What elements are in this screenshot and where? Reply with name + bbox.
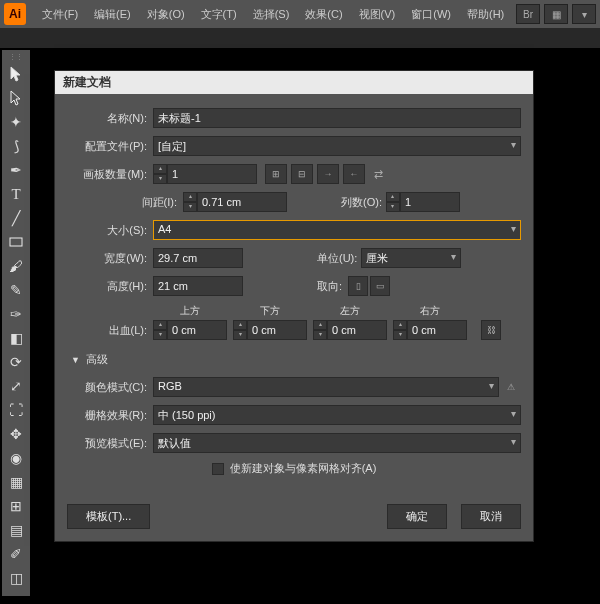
shape-builder-tool[interactable]: ◉: [4, 446, 28, 470]
columns-label: 列数(O):: [327, 195, 386, 210]
bleed-right-label: 右方: [420, 304, 440, 318]
bleed-left-label: 左方: [340, 304, 360, 318]
name-label: 名称(N):: [67, 111, 153, 126]
bleed-link-icon[interactable]: ⛓: [481, 320, 501, 340]
ok-button[interactable]: 确定: [387, 504, 447, 529]
profile-label: 配置文件(P):: [67, 139, 153, 154]
bleed-right-spinner[interactable]: ▴▾: [393, 320, 407, 340]
menu-help[interactable]: 帮助(H): [459, 7, 512, 22]
warning-icon: ⚠: [501, 377, 521, 397]
bleed-top-spinner[interactable]: ▴▾: [153, 320, 167, 340]
paintbrush-tool[interactable]: 🖌: [4, 254, 28, 278]
bridge-button[interactable]: Br: [516, 4, 540, 24]
color-mode-select[interactable]: RGB: [153, 377, 499, 397]
menu-edit[interactable]: 编辑(E): [86, 7, 139, 22]
bleed-bottom-spinner[interactable]: ▴▾: [233, 320, 247, 340]
selection-tool[interactable]: [4, 62, 28, 86]
height-label: 高度(H):: [67, 279, 153, 294]
size-select[interactable]: A4: [153, 220, 521, 240]
spacing-input[interactable]: [197, 192, 287, 212]
menu-type[interactable]: 文字(T): [193, 7, 245, 22]
grid-by-row-icon[interactable]: ⊞: [265, 164, 287, 184]
scale-tool[interactable]: ⤢: [4, 374, 28, 398]
orient-landscape-icon[interactable]: ▭: [370, 276, 390, 296]
name-input[interactable]: [153, 108, 521, 128]
width-tool[interactable]: ⛶: [4, 398, 28, 422]
eraser-tool[interactable]: ◧: [4, 326, 28, 350]
preview-label: 预览模式(E):: [67, 436, 153, 451]
blob-brush-tool[interactable]: ✑: [4, 302, 28, 326]
pencil-tool[interactable]: ✎: [4, 278, 28, 302]
arrange-button[interactable]: ▦: [544, 4, 568, 24]
lasso-tool[interactable]: ⟆: [4, 134, 28, 158]
line-tool[interactable]: ╱: [4, 206, 28, 230]
cancel-button[interactable]: 取消: [461, 504, 521, 529]
preview-select[interactable]: 默认值: [153, 433, 521, 453]
orient-label: 取向:: [303, 279, 346, 294]
blend-tool[interactable]: ◫: [4, 566, 28, 590]
bleed-left-spinner[interactable]: ▴▾: [313, 320, 327, 340]
units-label: 单位(U):: [303, 251, 361, 266]
grid-by-col-icon[interactable]: ⊟: [291, 164, 313, 184]
free-transform-tool[interactable]: ✥: [4, 422, 28, 446]
bleed-top-label: 上方: [180, 304, 200, 318]
pen-tool[interactable]: ✒: [4, 158, 28, 182]
menu-window[interactable]: 窗口(W): [403, 7, 459, 22]
menubar: Ai 文件(F) 编辑(E) 对象(O) 文字(T) 选择(S) 效果(C) 视…: [0, 0, 600, 28]
menu-select[interactable]: 选择(S): [245, 7, 298, 22]
menu-file[interactable]: 文件(F): [34, 7, 86, 22]
arrange-arrow-icon[interactable]: ⇄: [369, 164, 387, 184]
rectangle-tool[interactable]: [4, 230, 28, 254]
artboards-spinner[interactable]: ▴▾: [153, 164, 167, 184]
bleed-top-input[interactable]: [167, 320, 227, 340]
svg-rect-0: [10, 238, 22, 246]
row-ltr-icon[interactable]: →: [317, 164, 339, 184]
advanced-label: 高级: [86, 352, 108, 367]
bleed-left-input[interactable]: [327, 320, 387, 340]
profile-select[interactable]: [自定]: [153, 136, 521, 156]
mesh-tool[interactable]: ⊞: [4, 494, 28, 518]
spacing-label: 间距(I):: [67, 195, 183, 210]
height-input[interactable]: [153, 276, 243, 296]
menu-view[interactable]: 视图(V): [351, 7, 404, 22]
width-label: 宽度(W):: [67, 251, 153, 266]
perspective-tool[interactable]: ▦: [4, 470, 28, 494]
menu-object[interactable]: 对象(O): [139, 7, 193, 22]
rotate-tool[interactable]: ⟳: [4, 350, 28, 374]
dialog-title: 新建文档: [55, 71, 533, 94]
columns-input[interactable]: [400, 192, 460, 212]
color-mode-label: 颜色模式(C):: [67, 380, 153, 395]
bleed-label: 出血(L):: [67, 323, 153, 338]
raster-select[interactable]: 中 (150 ppi): [153, 405, 521, 425]
units-select[interactable]: 厘米: [361, 248, 461, 268]
spacing-spinner[interactable]: ▴▾: [183, 192, 197, 212]
advanced-toggle[interactable]: ▼ 高级: [71, 352, 521, 367]
orient-portrait-icon[interactable]: ▯: [348, 276, 368, 296]
columns-spinner[interactable]: ▴▾: [386, 192, 400, 212]
eyedropper-tool[interactable]: ✐: [4, 542, 28, 566]
tool-panel-grip[interactable]: ⋮⋮: [2, 52, 30, 62]
direct-selection-tool[interactable]: [4, 86, 28, 110]
triangle-down-icon: ▼: [71, 355, 80, 365]
row-rtl-icon[interactable]: ←: [343, 164, 365, 184]
size-label: 大小(S):: [67, 223, 153, 238]
bleed-bottom-input[interactable]: [247, 320, 307, 340]
artboards-label: 画板数量(M):: [67, 167, 153, 182]
type-tool[interactable]: T: [4, 182, 28, 206]
align-pixel-label: 使新建对象与像素网格对齐(A): [230, 461, 377, 476]
artboards-input[interactable]: [167, 164, 257, 184]
width-input[interactable]: [153, 248, 243, 268]
gradient-tool[interactable]: ▤: [4, 518, 28, 542]
bleed-right-input[interactable]: [407, 320, 467, 340]
raster-label: 栅格效果(R):: [67, 408, 153, 423]
align-pixel-checkbox[interactable]: [212, 463, 224, 475]
templates-button[interactable]: 模板(T)...: [67, 504, 150, 529]
tool-panel: ⋮⋮ ✦ ⟆ ✒ T ╱ 🖌 ✎ ✑ ◧ ⟳ ⤢ ⛶ ✥ ◉ ▦ ⊞ ▤ ✐ ◫: [2, 50, 30, 596]
app-icon: Ai: [4, 3, 26, 25]
bleed-bottom-label: 下方: [260, 304, 280, 318]
new-document-dialog: 新建文档 名称(N): 配置文件(P): [自定] 画板数量(M): ▴▾ ⊞ …: [54, 70, 534, 542]
magic-wand-tool[interactable]: ✦: [4, 110, 28, 134]
search-button[interactable]: ▾: [572, 4, 596, 24]
menu-effect[interactable]: 效果(C): [297, 7, 350, 22]
